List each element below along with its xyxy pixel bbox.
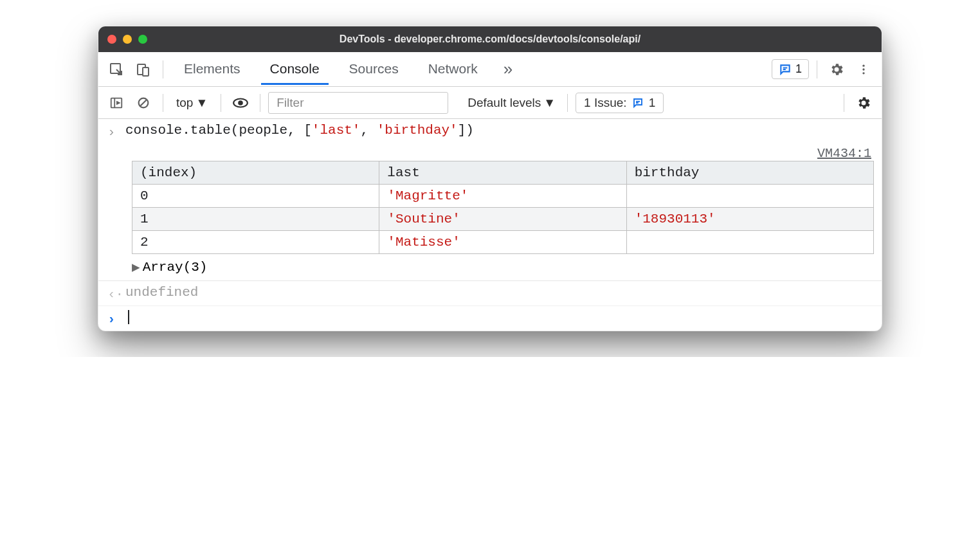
array-summary-text: Array(3)	[143, 260, 208, 275]
issues-label: 1 Issue:	[584, 96, 627, 110]
output-chevron-icon: ‹·	[107, 285, 125, 302]
cell-last: 'Magritte'	[379, 185, 626, 208]
issues-indicator[interactable]: 1	[772, 59, 809, 79]
cell-last: 'Soutine'	[379, 208, 626, 231]
source-link[interactable]: VM434:1	[98, 143, 882, 161]
separator	[844, 94, 844, 112]
console-return-row: ‹· undefined	[98, 281, 882, 306]
separator	[221, 94, 221, 112]
context-selector[interactable]: top ▼	[171, 93, 213, 113]
chat-icon	[779, 63, 792, 76]
cell-index: 2	[132, 231, 379, 254]
console-prompt-row[interactable]: ›	[98, 306, 882, 331]
separator	[260, 94, 260, 112]
console-toolbar: top ▼ Default levels ▼ 1 Issue: 1	[98, 87, 882, 119]
main-tabbar: Elements Console Sources Network » 1	[98, 52, 882, 87]
return-value: undefined	[125, 285, 874, 300]
maximize-window-button[interactable]	[138, 35, 147, 44]
array-expand-row[interactable]: ▶ Array(3)	[98, 257, 882, 280]
cell-index: 1	[132, 208, 379, 231]
console-command-row: › console.table(people, ['last', 'birthd…	[98, 119, 882, 143]
expand-caret-icon: ▶	[132, 259, 140, 275]
chat-icon	[632, 97, 644, 109]
more-tabs-icon[interactable]: »	[498, 59, 518, 79]
cell-index: 0	[132, 185, 379, 208]
issues-count: 1	[649, 96, 656, 110]
separator	[567, 94, 568, 112]
input-chevron-icon: ›	[107, 123, 125, 140]
console-table: (index) last birthday 0 'Magritte' 1 'So…	[98, 161, 882, 257]
tab-network[interactable]: Network	[419, 53, 487, 85]
console-input[interactable]	[125, 310, 874, 325]
svg-point-4	[862, 68, 864, 70]
col-birthday[interactable]: birthday	[626, 161, 873, 185]
chevron-down-icon: ▼	[195, 96, 208, 110]
levels-label: Default levels	[467, 96, 541, 110]
table-row[interactable]: 2 'Matisse'	[132, 231, 874, 254]
inspect-element-icon[interactable]	[105, 58, 128, 81]
prompt-chevron-icon: ›	[107, 310, 125, 327]
separator	[163, 94, 163, 112]
live-expression-icon[interactable]	[229, 91, 252, 114]
titlebar: DevTools - developer.chrome.com/docs/dev…	[98, 26, 882, 52]
svg-point-9	[238, 100, 243, 105]
issues-button[interactable]: 1 Issue: 1	[576, 93, 664, 113]
settings-icon[interactable]	[825, 58, 848, 81]
cell-birthday	[626, 185, 873, 208]
command-text: console.table(people, ['last', 'birthday…	[125, 123, 874, 138]
separator	[163, 60, 163, 78]
devtools-window: DevTools - developer.chrome.com/docs/dev…	[98, 26, 882, 331]
console-output: › console.table(people, ['last', 'birthd…	[98, 119, 882, 331]
col-index[interactable]: (index)	[132, 161, 379, 185]
svg-point-3	[862, 64, 864, 66]
context-label: top	[176, 96, 193, 110]
kebab-menu-icon[interactable]	[852, 58, 875, 81]
device-toolbar-icon[interactable]	[132, 58, 155, 81]
tab-sources[interactable]: Sources	[340, 53, 408, 85]
tab-elements[interactable]: Elements	[175, 53, 250, 85]
cell-birthday: '18930113'	[626, 208, 873, 231]
tab-console[interactable]: Console	[261, 53, 329, 85]
traffic-lights	[107, 35, 147, 44]
table-row[interactable]: 1 'Soutine' '18930113'	[132, 208, 874, 231]
cell-last: 'Matisse'	[379, 231, 626, 254]
console-settings-icon[interactable]	[852, 91, 875, 114]
window-title: DevTools - developer.chrome.com/docs/dev…	[98, 33, 882, 45]
svg-rect-2	[143, 68, 149, 76]
minimize-window-button[interactable]	[123, 35, 132, 44]
close-window-button[interactable]	[107, 35, 116, 44]
col-last[interactable]: last	[379, 161, 626, 185]
clear-console-icon[interactable]	[132, 91, 155, 114]
log-levels-selector[interactable]: Default levels ▼	[464, 96, 559, 110]
filter-input[interactable]	[268, 92, 448, 114]
separator	[817, 60, 817, 78]
issues-count: 1	[795, 62, 802, 76]
table-header-row: (index) last birthday	[132, 161, 874, 185]
panel-tabs: Elements Console Sources Network »	[171, 53, 518, 85]
chevron-down-icon: ▼	[543, 96, 556, 110]
cell-birthday	[626, 231, 873, 254]
table-row[interactable]: 0 'Magritte'	[132, 185, 874, 208]
svg-point-5	[862, 72, 864, 74]
toggle-sidebar-icon[interactable]	[105, 91, 128, 114]
